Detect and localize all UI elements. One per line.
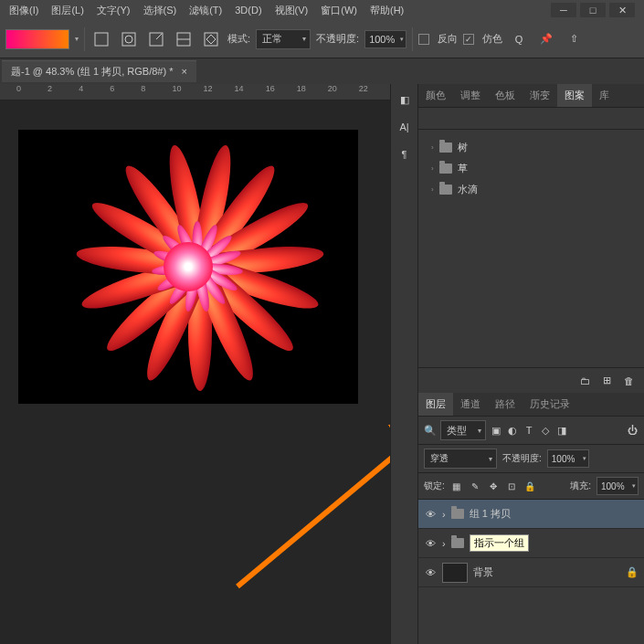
layer-thumbnail xyxy=(442,563,468,583)
tab-pattern[interactable]: 图案 xyxy=(557,84,592,107)
search-icon[interactable]: Q xyxy=(508,28,530,50)
lock-icon: 🔒 xyxy=(626,566,639,578)
tab-history[interactable]: 历史记录 xyxy=(523,393,577,416)
gradient-preview[interactable] xyxy=(5,29,69,49)
filter-image-icon[interactable]: ▣ xyxy=(490,424,502,437)
gradient-diamond-icon[interactable] xyxy=(200,28,222,50)
menu-view[interactable]: 视图(V) xyxy=(269,2,314,19)
canvas[interactable] xyxy=(18,130,358,404)
svg-rect-0 xyxy=(95,33,108,46)
gradient-angle-icon[interactable] xyxy=(145,28,167,50)
lock-all-icon[interactable]: 🔒 xyxy=(523,480,536,492)
menu-window[interactable]: 窗口(W) xyxy=(315,2,363,19)
opacity-input[interactable]: 100% xyxy=(364,30,406,48)
opacity2-label: 不透明度: xyxy=(502,452,542,465)
menu-image[interactable]: 图像(I) xyxy=(4,2,44,19)
pattern-folder-water[interactable]: ›水滴 xyxy=(422,179,640,200)
gradient-linear-icon[interactable] xyxy=(90,28,112,50)
mode-label: 模式: xyxy=(227,32,250,46)
menu-type[interactable]: 文字(Y) xyxy=(91,2,136,19)
swatch-panel-icon[interactable]: ◧ xyxy=(398,93,411,106)
layer-panel-tabs: 图层 通道 路径 历史记录 xyxy=(418,393,644,417)
trash-icon[interactable]: 🗑 xyxy=(622,375,635,387)
visibility-icon[interactable]: 👁 xyxy=(424,538,437,549)
tooltip: 指示一个组 xyxy=(470,534,529,552)
reverse-checkbox[interactable] xyxy=(418,34,429,45)
layer-filter-select[interactable]: 类型 xyxy=(440,420,486,440)
tab-color[interactable]: 颜色 xyxy=(418,84,453,107)
char-panel-icon[interactable]: A| xyxy=(398,121,411,133)
filter-smart-icon[interactable]: ◨ xyxy=(555,424,568,437)
folder-icon xyxy=(439,143,452,153)
document-tabs: 题-1 @ 48.3% (组 1 拷贝, RGB/8#) * × xyxy=(0,58,644,84)
maximize-button[interactable]: □ xyxy=(580,3,606,17)
filter-shape-icon[interactable]: ◇ xyxy=(539,424,552,437)
folder-icon xyxy=(451,509,464,519)
gradient-radial-icon[interactable] xyxy=(118,28,140,50)
layer-blend-select[interactable]: 穿透 xyxy=(424,449,497,469)
layer-blend-row: 穿透 不透明度: 100% xyxy=(418,445,644,473)
reverse-label: 反向 xyxy=(438,32,458,46)
tab-channels[interactable]: 通道 xyxy=(453,393,488,416)
dither-checkbox[interactable] xyxy=(463,34,474,45)
new-folder-icon[interactable]: 🗀 xyxy=(578,375,591,387)
layer-filter-row: 🔍 类型 ▣ ◐ T ◇ ◨ ⏻ xyxy=(418,417,644,445)
menu-help[interactable]: 帮助(H) xyxy=(364,2,409,19)
pattern-list: ›树 ›草 ›水滴 xyxy=(418,130,644,367)
canvas-area: 0246810121416182022 xyxy=(0,84,390,644)
lock-artboard-icon[interactable]: ⊡ xyxy=(505,480,518,492)
tab-adjust[interactable]: 调整 xyxy=(453,84,488,107)
pattern-footer: 🗀 ⊞ 🗑 xyxy=(418,367,644,393)
lock-pos-icon[interactable]: ✥ xyxy=(487,480,500,492)
pin-icon[interactable]: 📌 xyxy=(535,28,557,50)
menu-3d[interactable]: 3D(D) xyxy=(229,3,267,17)
svg-point-2 xyxy=(125,36,132,43)
visibility-icon[interactable]: 👁 xyxy=(424,567,437,578)
folder-icon xyxy=(439,164,452,174)
right-panels: 颜色 调整 色板 渐变 图案 库 ›树 ›草 ›水滴 🗀 ⊞ 🗑 图层 通道 路… xyxy=(417,84,644,644)
tab-gradient[interactable]: 渐变 xyxy=(523,84,557,107)
lock-paint-icon[interactable]: ✎ xyxy=(469,480,481,492)
folder-icon xyxy=(439,185,452,195)
dither-label: 仿色 xyxy=(482,32,502,46)
tab-library[interactable]: 库 xyxy=(592,84,617,107)
layer-list: 👁 › 组 1 拷贝 👁 › 指示一个组 👁 背景 🔒 xyxy=(418,500,644,644)
options-bar: ▾ 模式: 正常 不透明度: 100% 反向 仿色 Q 📌 ⇧ xyxy=(0,20,644,58)
share-icon[interactable]: ⇧ xyxy=(563,28,585,50)
layer-lock-row: 锁定: ▦ ✎ ✥ ⊡ 🔒 填充: 100% xyxy=(418,473,644,500)
layer-group[interactable]: 👁 › 指示一个组 xyxy=(418,529,644,558)
tab-swatch[interactable]: 色板 xyxy=(488,84,523,107)
document-tab[interactable]: 题-1 @ 48.3% (组 1 拷贝, RGB/8#) * × xyxy=(2,60,196,82)
pattern-folder-grass[interactable]: ›草 xyxy=(422,158,640,179)
lock-trans-icon[interactable]: ▦ xyxy=(450,480,463,492)
minimize-button[interactable]: ─ xyxy=(551,3,576,17)
tab-paths[interactable]: 路径 xyxy=(488,393,523,416)
artwork-flower xyxy=(60,139,316,395)
horizontal-ruler: 0246810121416182022 xyxy=(0,84,390,100)
opacity-label: 不透明度: xyxy=(316,32,359,46)
collapsed-panels: ◧ A| ¶ xyxy=(390,84,417,644)
new-item-icon[interactable]: ⊞ xyxy=(600,375,613,387)
menu-bar: 图像(I) 图层(L) 文字(Y) 选择(S) 滤镜(T) 3D(D) 视图(V… xyxy=(0,0,644,20)
layer-group-copy[interactable]: 👁 › 组 1 拷贝 xyxy=(418,500,644,529)
close-button[interactable]: ✕ xyxy=(609,3,635,17)
filter-type-icon[interactable]: T xyxy=(523,424,535,437)
fill-input[interactable]: 100% xyxy=(596,477,639,495)
folder-icon xyxy=(451,538,464,548)
filter-adjust-icon[interactable]: ◐ xyxy=(506,424,519,437)
blend-mode-select[interactable]: 正常 xyxy=(256,29,311,49)
fill-label: 填充: xyxy=(570,480,591,492)
menu-layer[interactable]: 图层(L) xyxy=(46,2,89,19)
para-panel-icon[interactable]: ¶ xyxy=(398,148,411,161)
svg-rect-1 xyxy=(122,33,135,46)
menu-filter[interactable]: 滤镜(T) xyxy=(184,2,227,19)
menu-select[interactable]: 选择(S) xyxy=(138,2,183,19)
gradient-reflected-icon[interactable] xyxy=(173,28,195,50)
filter-toggle[interactable]: ⏻ xyxy=(626,424,639,437)
visibility-icon[interactable]: 👁 xyxy=(424,509,437,520)
tab-layers[interactable]: 图层 xyxy=(418,393,453,416)
pattern-folder-tree[interactable]: ›树 xyxy=(422,137,640,158)
layer-opacity-input[interactable]: 100% xyxy=(547,449,589,468)
svg-line-7 xyxy=(238,411,390,586)
layer-background[interactable]: 👁 背景 🔒 xyxy=(418,558,644,587)
